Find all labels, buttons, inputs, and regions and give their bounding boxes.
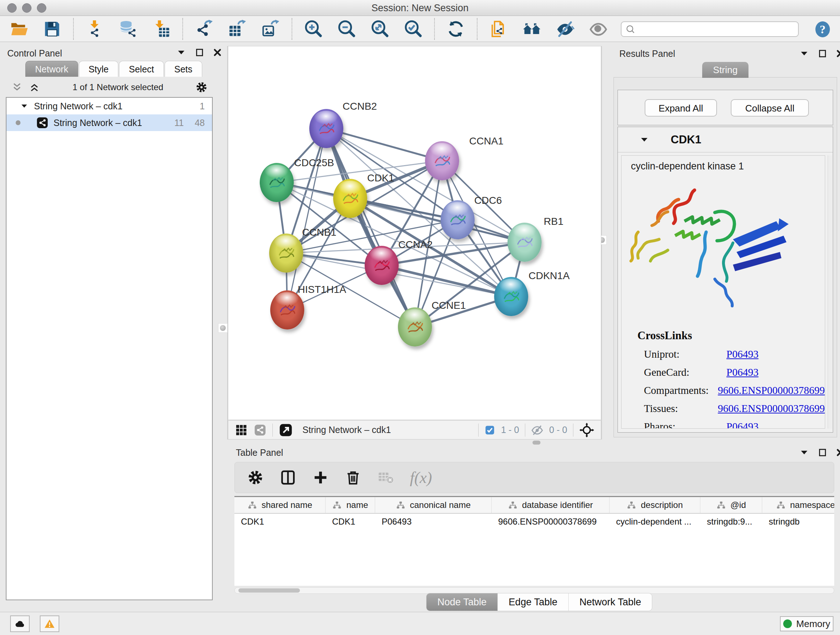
network-node-RB1[interactable]: [508, 223, 542, 262]
export-table-icon[interactable]: [228, 19, 247, 38]
left-splitter-handle[interactable]: [218, 323, 227, 333]
thumbnail-grid-icon[interactable]: [235, 424, 248, 437]
column-header-database-identifier[interactable]: database identifier: [492, 497, 609, 513]
crosslink-link[interactable]: P06493: [726, 366, 759, 378]
float-panel-icon[interactable]: [194, 47, 205, 58]
network-node-CCNA2[interactable]: [365, 246, 399, 285]
zoom-fit-icon[interactable]: [370, 19, 389, 38]
network-node-CCNE1[interactable]: [398, 307, 432, 347]
expand-all-chevron-icon[interactable]: [28, 81, 41, 93]
zoom-in-icon[interactable]: [304, 19, 323, 38]
table-cell: cyclin-dependent ...: [609, 514, 700, 530]
panel-menu-triangle-icon[interactable]: [799, 48, 810, 59]
column-header-name[interactable]: name: [325, 497, 375, 513]
expand-all-button[interactable]: Expand All: [645, 99, 717, 117]
help-icon[interactable]: ?: [814, 19, 831, 39]
float-panel-icon[interactable]: [817, 48, 828, 59]
collapse-all-button[interactable]: Collapse All: [731, 99, 809, 117]
hidden-eye-icon[interactable]: [531, 424, 543, 436]
birdseye-crosshair-icon[interactable]: [579, 423, 594, 438]
zoom-selected-icon[interactable]: [404, 19, 423, 38]
crosslink-link[interactable]: 9606.ENSP00000378699: [718, 385, 825, 396]
cloud-icon[interactable]: [10, 616, 30, 632]
network-node-CDC25B[interactable]: [260, 163, 294, 202]
collection-expand-triangle-icon[interactable]: [19, 101, 29, 111]
network-node-CDK1[interactable]: [333, 179, 367, 218]
add-column-icon[interactable]: [312, 469, 329, 486]
tab-sets[interactable]: Sets: [164, 61, 202, 77]
tab-select[interactable]: Select: [119, 61, 164, 77]
network-node-CDC6[interactable]: [441, 200, 475, 239]
protein-ribbon-thumb: [265, 172, 288, 194]
show-columns-icon[interactable]: [279, 469, 296, 486]
import-network-from-file-icon[interactable]: [85, 19, 104, 38]
scrollbar-thumb[interactable]: [238, 588, 300, 593]
table-cell: stringdb:9...: [700, 514, 762, 530]
network-collection-row[interactable]: String Network – cdk1 1: [6, 98, 212, 114]
close-panel-icon[interactable]: [212, 47, 223, 58]
new-network-from-selection-icon[interactable]: [489, 19, 508, 38]
search-input[interactable]: [639, 24, 794, 35]
show-hidden-eye-icon[interactable]: [589, 19, 608, 38]
open-in-new-window-icon[interactable]: [279, 423, 293, 437]
first-neighbors-icon[interactable]: [523, 19, 541, 38]
network-row[interactable]: String Network – cdk1 11 48: [6, 114, 212, 131]
network-canvas[interactable]: CCNB2 CCNA1 CDC25B CDK1 CDC6 RB1: [228, 46, 601, 420]
share-network-gray-icon[interactable]: [254, 424, 267, 437]
protein-header[interactable]: CDK1: [618, 127, 833, 152]
results-panel-buttons: [799, 48, 840, 59]
selected-checkbox-icon[interactable]: [485, 424, 495, 435]
import-table-from-file-icon[interactable]: [152, 19, 171, 38]
column-header--id[interactable]: @id: [700, 497, 762, 513]
network-node-CCNA1[interactable]: [425, 141, 459, 180]
column-header-description[interactable]: description: [609, 497, 700, 513]
import-network-from-database-icon[interactable]: [118, 19, 137, 38]
open-session-icon[interactable]: [9, 19, 28, 38]
tab-edge-table[interactable]: Edge Table: [498, 593, 569, 611]
export-image-icon[interactable]: [261, 19, 280, 38]
hide-selected-eye-icon[interactable]: [556, 19, 575, 38]
network-node-HIST1H1A[interactable]: [270, 290, 304, 329]
panel-menu-triangle-icon[interactable]: [799, 447, 810, 458]
column-header-canonical-name[interactable]: canonical name: [375, 497, 492, 513]
zoom-window-button[interactable]: [37, 3, 46, 13]
tab-network-table[interactable]: Network Table: [569, 593, 652, 611]
apply-refresh-layout-icon[interactable]: [447, 19, 465, 38]
tab-network[interactable]: Network: [25, 61, 78, 77]
crosslink-link[interactable]: P06493: [726, 421, 759, 429]
tab-node-table[interactable]: Node Table: [426, 593, 498, 611]
network-node-CDKN1A[interactable]: [494, 277, 528, 316]
results-scrollbar[interactable]: [828, 155, 832, 429]
search-box[interactable]: [621, 21, 799, 37]
network-options-gear-icon[interactable]: [195, 81, 208, 93]
save-session-icon[interactable]: [43, 19, 62, 38]
close-window-button[interactable]: [7, 3, 17, 13]
close-panel-icon[interactable]: [835, 447, 840, 458]
table-gear-icon[interactable]: [247, 469, 264, 486]
tab-style[interactable]: Style: [79, 61, 118, 77]
memory-button[interactable]: Memory: [780, 616, 834, 631]
minimize-window-button[interactable]: [22, 3, 32, 13]
network-node-CCNB1[interactable]: [269, 233, 303, 272]
crosslink-link[interactable]: 9606.ENSP00000378699: [718, 402, 825, 415]
panel-menu-triangle-icon[interactable]: [176, 47, 187, 58]
collapse-section-triangle-icon[interactable]: [639, 134, 650, 145]
bottom-splitter[interactable]: [228, 440, 840, 445]
delete-column-icon[interactable]: [345, 469, 362, 486]
tab-string[interactable]: String: [702, 62, 748, 78]
column-header-namespace[interactable]: namespace: [762, 497, 834, 513]
column-header-shared-name[interactable]: shared name: [234, 497, 325, 513]
zoom-out-icon[interactable]: [337, 19, 356, 38]
close-panel-icon[interactable]: [835, 48, 840, 59]
crosslink-link[interactable]: P06493: [726, 348, 759, 360]
network-node-CCNB2[interactable]: [309, 109, 343, 148]
warning-icon[interactable]: [40, 616, 59, 632]
float-panel-icon[interactable]: [817, 447, 828, 458]
node-label-CDKN1A: CDKN1A: [529, 270, 570, 282]
column-label: database identifier: [522, 500, 593, 510]
bottom-splitter-handle[interactable]: [532, 440, 540, 445]
export-network-icon[interactable]: [195, 19, 213, 38]
table-cell: P06493: [375, 514, 492, 530]
collapse-all-chevron-icon[interactable]: [11, 81, 23, 93]
table-row[interactable]: CDK1CDK1P064939606.ENSP00000378699cyclin…: [234, 514, 834, 530]
